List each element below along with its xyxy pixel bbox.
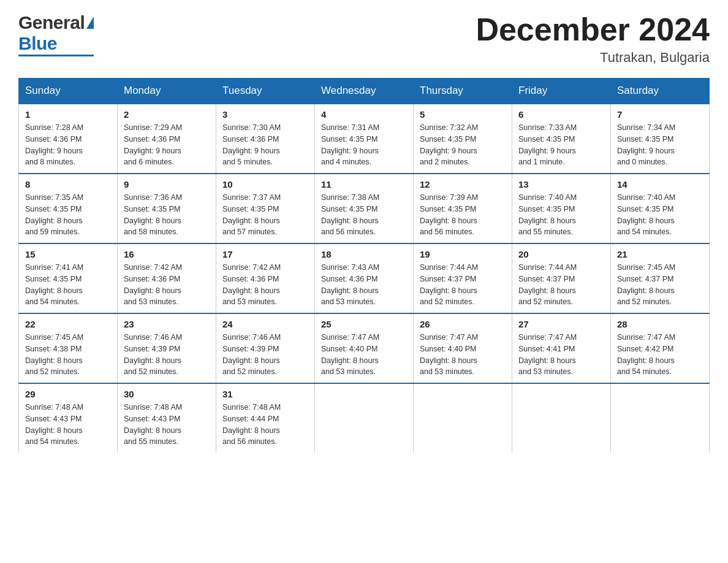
day-info: Sunrise: 7:45 AMSunset: 4:38 PMDaylight:… <box>25 333 83 376</box>
calendar-cell <box>512 383 611 453</box>
day-number: 12 <box>420 179 506 190</box>
calendar-week-row: 15 Sunrise: 7:41 AMSunset: 4:35 PMDaylig… <box>19 243 710 313</box>
day-info: Sunrise: 7:32 AMSunset: 4:35 PMDaylight:… <box>420 123 478 166</box>
calendar-cell: 17 Sunrise: 7:42 AMSunset: 4:36 PMDaylig… <box>216 243 315 313</box>
day-info: Sunrise: 7:46 AMSunset: 4:39 PMDaylight:… <box>124 333 182 376</box>
day-header-monday: Monday <box>118 79 216 104</box>
calendar-cell: 13 Sunrise: 7:40 AMSunset: 4:35 PMDaylig… <box>512 174 611 243</box>
day-number: 31 <box>222 389 308 399</box>
calendar-cell <box>414 383 512 453</box>
location-title: Tutrakan, Bulgaria <box>476 50 710 66</box>
calendar-cell: 19 Sunrise: 7:44 AMSunset: 4:37 PMDaylig… <box>414 243 512 313</box>
calendar-cell: 25 Sunrise: 7:47 AMSunset: 4:40 PMDaylig… <box>315 313 414 383</box>
day-header-tuesday: Tuesday <box>216 79 315 104</box>
calendar-week-row: 22 Sunrise: 7:45 AMSunset: 4:38 PMDaylig… <box>19 313 710 383</box>
calendar-cell: 28 Sunrise: 7:47 AMSunset: 4:42 PMDaylig… <box>611 313 710 383</box>
calendar-cell: 1 Sunrise: 7:28 AMSunset: 4:36 PMDayligh… <box>19 104 118 174</box>
day-info: Sunrise: 7:47 AMSunset: 4:41 PMDaylight:… <box>518 333 577 376</box>
day-info: Sunrise: 7:29 AMSunset: 4:36 PMDaylight:… <box>124 123 182 166</box>
day-info: Sunrise: 7:40 AMSunset: 4:35 PMDaylight:… <box>518 193 577 236</box>
day-number: 9 <box>124 179 210 190</box>
day-info: Sunrise: 7:44 AMSunset: 4:37 PMDaylight:… <box>518 263 577 306</box>
day-number: 15 <box>25 249 111 259</box>
day-number: 11 <box>321 179 407 190</box>
day-info: Sunrise: 7:46 AMSunset: 4:39 PMDaylight:… <box>222 333 281 376</box>
calendar-cell: 9 Sunrise: 7:36 AMSunset: 4:35 PMDayligh… <box>118 174 216 243</box>
day-header-saturday: Saturday <box>611 79 710 104</box>
day-info: Sunrise: 7:35 AMSunset: 4:35 PMDaylight:… <box>25 193 83 236</box>
day-header-friday: Friday <box>512 79 611 104</box>
calendar-cell: 16 Sunrise: 7:42 AMSunset: 4:36 PMDaylig… <box>118 243 216 313</box>
day-header-thursday: Thursday <box>414 79 512 104</box>
day-number: 24 <box>222 319 308 329</box>
calendar-week-row: 29 Sunrise: 7:48 AMSunset: 4:43 PMDaylig… <box>19 383 710 453</box>
day-info: Sunrise: 7:47 AMSunset: 4:40 PMDaylight:… <box>321 333 379 376</box>
day-number: 22 <box>25 319 111 329</box>
day-info: Sunrise: 7:36 AMSunset: 4:35 PMDaylight:… <box>124 193 182 236</box>
day-number: 8 <box>25 179 111 190</box>
day-info: Sunrise: 7:37 AMSunset: 4:35 PMDaylight:… <box>222 193 281 236</box>
calendar-cell: 7 Sunrise: 7:34 AMSunset: 4:35 PMDayligh… <box>611 104 710 174</box>
day-info: Sunrise: 7:33 AMSunset: 4:35 PMDaylight:… <box>518 123 577 166</box>
day-info: Sunrise: 7:28 AMSunset: 4:36 PMDaylight:… <box>25 123 83 166</box>
day-number: 6 <box>518 109 604 120</box>
day-info: Sunrise: 7:44 AMSunset: 4:37 PMDaylight:… <box>420 263 478 306</box>
day-number: 28 <box>617 319 703 329</box>
calendar-cell: 30 Sunrise: 7:48 AMSunset: 4:43 PMDaylig… <box>118 383 216 453</box>
logo-arrow-icon <box>86 17 94 29</box>
logo-general-text: General <box>18 12 85 33</box>
logo-blue-text: Blue <box>18 33 57 54</box>
calendar-cell <box>611 383 710 453</box>
calendar-cell: 5 Sunrise: 7:32 AMSunset: 4:35 PMDayligh… <box>414 104 512 174</box>
day-number: 3 <box>222 109 308 120</box>
calendar-cell: 12 Sunrise: 7:39 AMSunset: 4:35 PMDaylig… <box>414 174 512 243</box>
day-number: 10 <box>222 179 308 190</box>
calendar-cell: 8 Sunrise: 7:35 AMSunset: 4:35 PMDayligh… <box>19 174 118 243</box>
calendar-cell: 2 Sunrise: 7:29 AMSunset: 4:36 PMDayligh… <box>118 104 216 174</box>
calendar-week-row: 1 Sunrise: 7:28 AMSunset: 4:36 PMDayligh… <box>19 104 710 174</box>
calendar-cell: 11 Sunrise: 7:38 AMSunset: 4:35 PMDaylig… <box>315 174 414 243</box>
day-number: 23 <box>124 319 210 329</box>
day-info: Sunrise: 7:42 AMSunset: 4:36 PMDaylight:… <box>124 263 182 306</box>
calendar-cell: 31 Sunrise: 7:48 AMSunset: 4:44 PMDaylig… <box>216 383 315 453</box>
day-number: 17 <box>222 249 308 259</box>
calendar-header-row: SundayMondayTuesdayWednesdayThursdayFrid… <box>19 79 710 104</box>
calendar-cell: 24 Sunrise: 7:46 AMSunset: 4:39 PMDaylig… <box>216 313 315 383</box>
calendar-week-row: 8 Sunrise: 7:35 AMSunset: 4:35 PMDayligh… <box>19 174 710 243</box>
calendar-cell: 18 Sunrise: 7:43 AMSunset: 4:36 PMDaylig… <box>315 243 414 313</box>
calendar-cell: 27 Sunrise: 7:47 AMSunset: 4:41 PMDaylig… <box>512 313 611 383</box>
calendar-cell: 4 Sunrise: 7:31 AMSunset: 4:35 PMDayligh… <box>315 104 414 174</box>
calendar-cell: 10 Sunrise: 7:37 AMSunset: 4:35 PMDaylig… <box>216 174 315 243</box>
day-info: Sunrise: 7:40 AMSunset: 4:35 PMDaylight:… <box>617 193 675 236</box>
day-number: 27 <box>518 319 604 329</box>
day-info: Sunrise: 7:41 AMSunset: 4:35 PMDaylight:… <box>25 263 83 306</box>
title-block: December 2024 Tutrakan, Bulgaria <box>476 12 710 66</box>
month-title: December 2024 <box>476 12 710 47</box>
day-number: 2 <box>124 109 210 120</box>
day-number: 14 <box>617 179 703 190</box>
day-info: Sunrise: 7:43 AMSunset: 4:36 PMDaylight:… <box>321 263 379 306</box>
day-number: 16 <box>124 249 210 259</box>
day-number: 26 <box>420 319 506 329</box>
day-number: 30 <box>124 389 210 399</box>
day-number: 20 <box>518 249 604 259</box>
day-info: Sunrise: 7:39 AMSunset: 4:35 PMDaylight:… <box>420 193 478 236</box>
calendar-cell: 22 Sunrise: 7:45 AMSunset: 4:38 PMDaylig… <box>19 313 118 383</box>
page-header: General Blue December 2024 Tutrakan, Bul… <box>18 12 710 66</box>
day-info: Sunrise: 7:47 AMSunset: 4:42 PMDaylight:… <box>617 333 675 376</box>
calendar-cell: 21 Sunrise: 7:45 AMSunset: 4:37 PMDaylig… <box>611 243 710 313</box>
day-number: 13 <box>518 179 604 190</box>
calendar-cell: 29 Sunrise: 7:48 AMSunset: 4:43 PMDaylig… <box>19 383 118 453</box>
day-header-wednesday: Wednesday <box>315 79 414 104</box>
logo: General Blue <box>18 12 94 56</box>
calendar-cell: 20 Sunrise: 7:44 AMSunset: 4:37 PMDaylig… <box>512 243 611 313</box>
day-info: Sunrise: 7:30 AMSunset: 4:36 PMDaylight:… <box>222 123 281 166</box>
day-info: Sunrise: 7:38 AMSunset: 4:35 PMDaylight:… <box>321 193 379 236</box>
day-info: Sunrise: 7:34 AMSunset: 4:35 PMDaylight:… <box>617 123 675 166</box>
day-info: Sunrise: 7:42 AMSunset: 4:36 PMDaylight:… <box>222 263 281 306</box>
day-number: 5 <box>420 109 506 120</box>
calendar-cell: 15 Sunrise: 7:41 AMSunset: 4:35 PMDaylig… <box>19 243 118 313</box>
day-info: Sunrise: 7:45 AMSunset: 4:37 PMDaylight:… <box>617 263 675 306</box>
day-number: 21 <box>617 249 703 259</box>
calendar-cell <box>315 383 414 453</box>
